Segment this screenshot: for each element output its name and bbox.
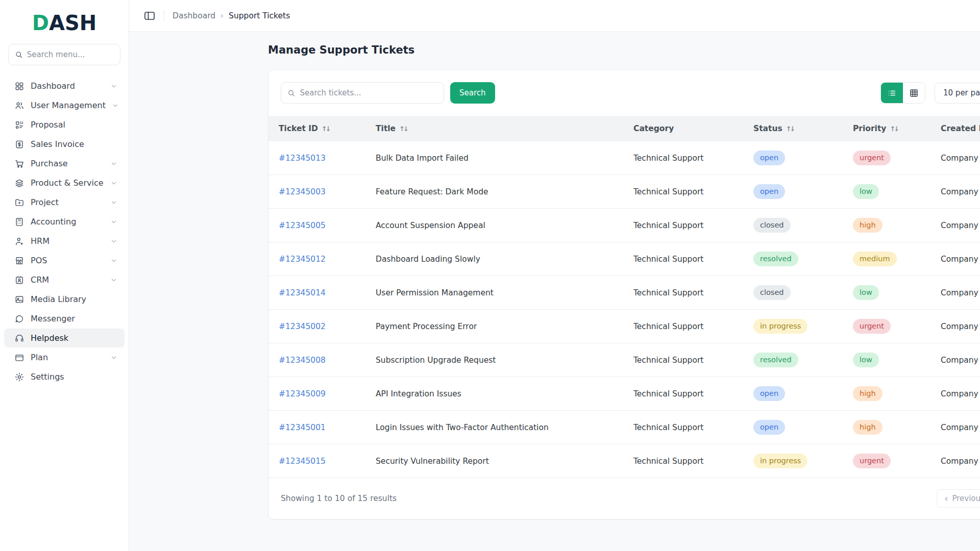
grid-view-button[interactable] xyxy=(903,83,925,103)
sidebar-search[interactable] xyxy=(8,44,120,65)
sidebar-item-crm[interactable]: CRM xyxy=(4,270,125,289)
ticket-id-link[interactable]: #12345003 xyxy=(279,187,326,196)
table-row: #12345013 Bulk Data Import Failed Techni… xyxy=(268,141,980,175)
breadcrumb: Dashboard › Support Tickets xyxy=(173,11,290,20)
previous-page-button[interactable]: ‹ Previous xyxy=(937,489,980,508)
ticket-category: Technical Support xyxy=(623,141,743,175)
ticket-title: Security Vulnerability Report xyxy=(365,444,623,478)
sidebar-item-plan[interactable]: Plan xyxy=(4,348,125,367)
ticket-id-link[interactable]: #12345008 xyxy=(279,356,326,365)
ticket-category: Technical Support xyxy=(623,411,743,444)
column-header-category: Category xyxy=(623,116,743,141)
grid-view-icon xyxy=(909,88,919,98)
sidebar-item-messenger[interactable]: Messenger xyxy=(4,309,125,328)
sidebar-item-accounting[interactable]: Accounting xyxy=(4,212,125,231)
chevron-down-icon xyxy=(110,218,117,226)
users-icon xyxy=(14,101,24,111)
search-icon xyxy=(15,50,23,59)
ticket-title: Dashboard Loading Slowly xyxy=(365,242,623,276)
status-badge: closed xyxy=(753,285,791,299)
per-page-select[interactable]: 10 per page xyxy=(935,83,980,104)
table-row: #12345008 Subscription Upgrade Request T… xyxy=(268,343,980,377)
ticket-id-link[interactable]: #12345013 xyxy=(279,154,326,163)
chat-icon xyxy=(14,314,24,324)
breadcrumb-dashboard[interactable]: Dashboard xyxy=(173,11,215,20)
card-toolbar: Search 10 per page Filters xyxy=(268,70,980,116)
column-header-title[interactable]: Title↑↓ xyxy=(365,116,623,141)
status-badge: in progress xyxy=(753,454,807,468)
ticket-id-link[interactable]: #12345005 xyxy=(279,221,326,230)
ticket-category: Technical Support xyxy=(623,310,743,343)
created-by: Company xyxy=(930,242,980,276)
ticket-search[interactable] xyxy=(281,82,444,104)
folder-icon xyxy=(14,197,24,208)
table-body: #12345013 Bulk Data Import Failed Techni… xyxy=(268,141,980,478)
sidebar-item-helpdesk[interactable]: Helpdesk xyxy=(4,329,125,347)
ticket-title: Bulk Data Import Failed xyxy=(365,141,623,175)
sidebar-item-label: HRM xyxy=(31,236,104,246)
column-header-ticket-id[interactable]: Ticket ID↑↓ xyxy=(268,116,365,141)
layers-icon xyxy=(14,178,24,188)
column-label: Priority xyxy=(853,124,886,133)
sidebar-item-label: User Management xyxy=(31,101,106,110)
ticket-search-input[interactable] xyxy=(300,88,437,97)
sidebar-item-label: Dashboard xyxy=(31,81,104,91)
sort-icon[interactable]: ↑↓ xyxy=(322,125,330,133)
view-toggle xyxy=(880,82,925,104)
sidebar-item-user-management[interactable]: User Management xyxy=(4,96,125,115)
column-header-status[interactable]: Status↑↓ xyxy=(743,116,843,141)
list-view-button[interactable] xyxy=(881,83,903,103)
ticket-category: Technical Support xyxy=(623,276,743,310)
ticket-category: Technical Support xyxy=(623,209,743,242)
priority-badge: low xyxy=(853,285,879,299)
created-by: Company xyxy=(930,411,980,444)
ticket-id-link[interactable]: #12345001 xyxy=(279,423,326,432)
sidebar-item-label: Accounting xyxy=(31,217,104,227)
column-label: Created By xyxy=(941,124,980,133)
sidebar-item-settings[interactable]: Settings xyxy=(4,367,125,386)
cart-icon xyxy=(14,159,24,169)
search-button[interactable]: Search xyxy=(450,82,495,104)
sidebar-item-proposal[interactable]: Proposal xyxy=(4,115,125,134)
sidebar-item-product-service[interactable]: Product & Service xyxy=(4,173,125,192)
sidebar-item-label: Plan xyxy=(31,353,104,362)
main-area: Dashboard › Support Tickets English Mana… xyxy=(129,0,980,551)
ticket-id-link[interactable]: #12345015 xyxy=(279,457,326,466)
brand-logo: DASH xyxy=(0,11,129,35)
brand-logo-accent: D xyxy=(32,11,49,35)
ticket-id-link[interactable]: #12345009 xyxy=(279,389,326,398)
sidebar-item-label: Product & Service xyxy=(31,178,104,188)
sidebar-toggle-icon[interactable] xyxy=(143,10,156,22)
status-badge: open xyxy=(753,386,785,400)
sidebar-item-purchase[interactable]: Purchase xyxy=(4,154,125,173)
sidebar-item-project[interactable]: Project xyxy=(4,193,125,212)
table-row: #12345009 API Integration Issues Technic… xyxy=(268,377,980,411)
gear-icon xyxy=(14,372,24,382)
sidebar-item-dashboard[interactable]: Dashboard xyxy=(4,77,125,95)
ticket-id-link[interactable]: #12345014 xyxy=(279,288,326,297)
table-row: #12345014 User Permission Management Tec… xyxy=(268,276,980,310)
created-by: Company xyxy=(930,209,980,242)
sidebar-item-media-library[interactable]: Media Library xyxy=(4,290,125,309)
sidebar-item-label: CRM xyxy=(31,275,104,285)
sort-icon[interactable]: ↑↓ xyxy=(890,125,898,133)
sidebar-item-hrm[interactable]: HRM xyxy=(4,232,125,251)
sidebar-item-label: Project xyxy=(31,197,104,207)
ticket-id-link[interactable]: #12345002 xyxy=(279,322,326,331)
created-by: Company xyxy=(930,377,980,411)
chevron-down-icon xyxy=(110,199,117,206)
sidebar-search-input[interactable] xyxy=(27,50,114,59)
status-badge: open xyxy=(753,151,785,165)
pagination: ‹ Previous 12 Next › xyxy=(937,489,980,508)
sidebar-item-sales-invoice[interactable]: Sales Invoice xyxy=(4,135,125,154)
status-badge: in progress xyxy=(753,319,807,333)
ticket-id-link[interactable]: #12345012 xyxy=(279,255,326,264)
ticket-category: Technical Support xyxy=(623,377,743,411)
sort-icon[interactable]: ↑↓ xyxy=(786,125,794,133)
sort-icon[interactable]: ↑↓ xyxy=(399,125,407,133)
ticket-category: Technical Support xyxy=(623,444,743,478)
chevron-down-icon xyxy=(110,160,117,167)
sidebar-item-pos[interactable]: POS xyxy=(4,251,125,270)
column-header-priority[interactable]: Priority↑↓ xyxy=(843,116,930,141)
breadcrumb-separator: › xyxy=(220,11,224,20)
